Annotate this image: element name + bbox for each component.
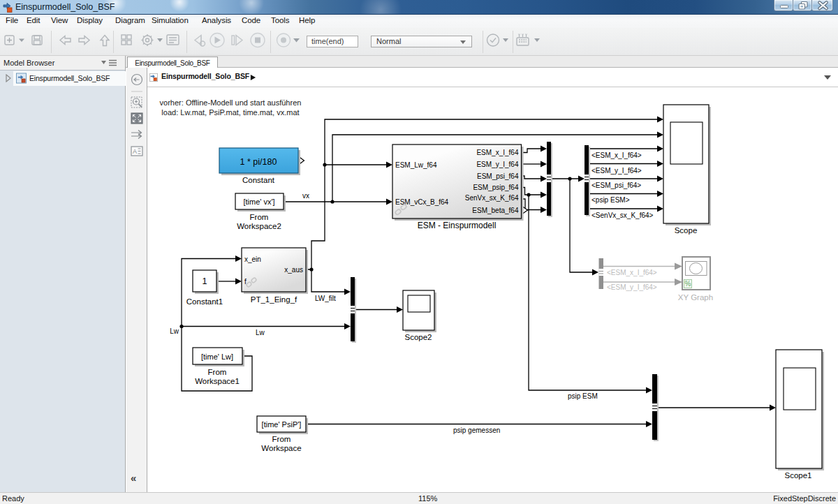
svg-text:PT_1_Eing_f: PT_1_Eing_f: [251, 295, 297, 304]
svg-text:ESM_psip_f64: ESM_psip_f64: [473, 184, 518, 191]
svg-text:Scope1: Scope1: [784, 471, 811, 480]
svg-text:vx: vx: [302, 192, 309, 200]
svg-text:1: 1: [203, 276, 207, 286]
svg-text:Workspace2: Workspace2: [237, 222, 281, 230]
svg-text:<ESM_y_I_f64>: <ESM_y_I_f64>: [591, 167, 642, 175]
svg-text:Workspace: Workspace: [261, 444, 301, 452]
svg-text:<ESM_y_I_f64>: <ESM_y_I_f64>: [607, 283, 657, 291]
svg-text:<ESM_x_I_f64>: <ESM_x_I_f64>: [607, 269, 657, 276]
svg-text:vorher: Offline-Modell und sta: vorher: Offline-Modell und start ausführ…: [160, 98, 302, 107]
svg-text:Scope2: Scope2: [404, 333, 432, 341]
svg-text:Constant: Constant: [242, 176, 275, 184]
svg-text:[time' PsiP']: [time' PsiP']: [262, 420, 302, 429]
svg-text:x_aus: x_aus: [284, 266, 303, 274]
svg-text:Constant1: Constant1: [186, 297, 223, 306]
svg-text:load: Lw.mat, PsiP.mat, time.m: load: Lw.mat, PsiP.mat, time.mat, vx.mat: [161, 108, 299, 117]
svg-text:<ESM_psi_f64>: <ESM_psi_f64>: [591, 181, 641, 189]
svg-text:Workspace1: Workspace1: [195, 377, 240, 385]
svg-text:ESM - Einspurmodell: ESM - Einspurmodell: [418, 221, 497, 230]
svg-text:SenVx_sx_K_f64: SenVx_sx_K_f64: [465, 194, 519, 202]
svg-text:Lw: Lw: [256, 329, 265, 336]
svg-text:From: From: [272, 435, 291, 443]
svg-text:ESM_x_I_f64: ESM_x_I_f64: [476, 149, 518, 156]
svg-text:x_ein: x_ein: [244, 255, 261, 263]
svg-text:LW_filt: LW_filt: [315, 295, 336, 302]
svg-text:<psip ESM>: <psip ESM>: [591, 196, 630, 204]
svg-text:psip gemessen: psip gemessen: [453, 427, 500, 434]
svg-text:[time' Lw]: [time' Lw]: [201, 353, 233, 361]
svg-text:1 * pi/180: 1 * pi/180: [240, 157, 277, 167]
svg-text:<ESM_x_I_f64>: <ESM_x_I_f64>: [591, 151, 642, 159]
svg-text:[time' vx']: [time' vx']: [243, 198, 274, 206]
svg-text:ESM_y_I_f64: ESM_y_I_f64: [476, 161, 518, 168]
svg-text:Lw: Lw: [170, 327, 179, 335]
svg-text:psip ESM: psip ESM: [568, 392, 598, 400]
svg-text:A: A: [133, 148, 137, 155]
svg-text:ESM_Lw_f64: ESM_Lw_f64: [395, 161, 437, 169]
svg-text:From: From: [208, 368, 227, 376]
svg-text:Scope: Scope: [675, 226, 698, 235]
svg-text:ESM_psi_f64: ESM_psi_f64: [477, 172, 519, 180]
svg-text:<SenVx_sx_K_f64>: <SenVx_sx_K_f64>: [591, 212, 654, 219]
svg-text:ESM_beta_f64: ESM_beta_f64: [472, 207, 519, 214]
svg-text:XY Graph: XY Graph: [678, 293, 713, 302]
svg-text:From: From: [250, 213, 269, 221]
svg-text:%: %: [685, 280, 691, 288]
